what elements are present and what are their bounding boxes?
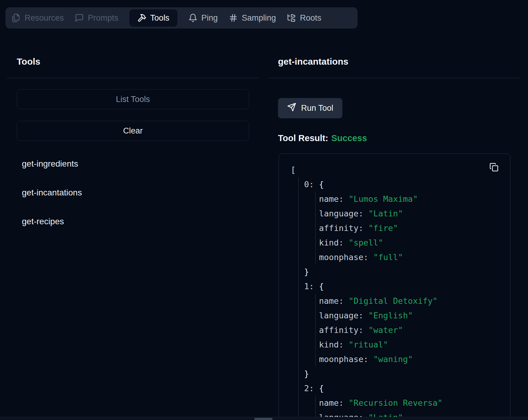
json-tree: [0: {name: Lumos Maximalanguage: Latinaf… [291,163,510,420]
code-line: language: Latin [316,206,510,221]
divider [7,78,259,78]
folder-tree-icon [287,13,296,22]
tab-roots[interactable]: Roots [287,13,321,23]
mcp-inspector-page: { "nav": { "tabs": [ {"label": "Resource… [0,0,528,420]
clear-label: Clear [123,126,143,136]
code-line: name: Digital Detoxify [316,294,510,308]
tool-list: get-ingredients get-incantations get-rec… [17,158,229,244]
tab-ping[interactable]: Ping [188,13,218,23]
clear-button[interactable]: Clear [17,121,249,141]
tab-bar: Resources Prompts Tools Ping Sampling Ro… [5,7,358,29]
send-icon [287,103,296,114]
tab-label: Roots [300,13,321,23]
tab-tools[interactable]: Tools [129,9,177,27]
code-line: affinity: water [316,323,510,337]
code-line: moonphase: waning [316,352,510,367]
tab-label: Resources [25,13,64,23]
code-line: name: Lumos Maxima [316,192,510,206]
tab-label: Sampling [242,13,276,23]
tab-prompts[interactable]: Prompts [75,13,118,23]
hash-icon [229,13,238,22]
tool-result-label: Tool Result: [278,133,328,143]
bell-icon [188,13,197,22]
code-line: } [299,367,510,381]
tab-sampling[interactable]: Sampling [229,13,276,23]
copy-icon[interactable] [489,162,499,172]
code-line: language: English [316,308,510,323]
tab-label: Tools [150,13,170,23]
tab-resources[interactable]: Resources [12,13,64,23]
code-line: 2: { [299,381,510,396]
tab-label: Prompts [88,13,118,23]
horizontal-scrollbar-thumb[interactable] [254,418,273,420]
tab-label: Ping [201,13,218,23]
code-line: [ [291,163,510,177]
message-square-icon [75,13,84,22]
tool-list-item-get-recipes[interactable]: get-recipes [17,215,229,228]
files-icon [12,13,21,22]
list-tools-button[interactable]: List Tools [17,89,249,109]
divider [268,78,520,78]
code-line: } [299,265,510,279]
tool-result-status: Success [331,133,367,143]
tools-panel-title: Tools [17,56,40,67]
code-line: kind: spell [316,235,510,250]
run-tool-label: Run Tool [301,103,333,113]
code-line: 1: { [299,279,510,294]
tool-result-line: Tool Result:Success [278,133,367,144]
selected-tool-title: get-incantations [278,56,348,67]
code-line: moonphase: full [316,250,510,265]
list-tools-label: List Tools [116,95,150,104]
code-line: kind: ritual [316,337,510,352]
horizontal-scrollbar-track [0,417,528,420]
hammer-icon [137,13,146,22]
code-line: 0: { [299,177,510,192]
tool-list-item-get-ingredients[interactable]: get-ingredients [17,158,229,170]
tool-list-item-get-incantations[interactable]: get-incantations [17,187,229,199]
code-line: name: Recursion Reversa [316,396,510,410]
code-line: affinity: fire [316,221,510,235]
tool-result-json: [0: {name: Lumos Maximalanguage: Latinaf… [279,154,510,420]
run-tool-button[interactable]: Run Tool [278,98,342,118]
